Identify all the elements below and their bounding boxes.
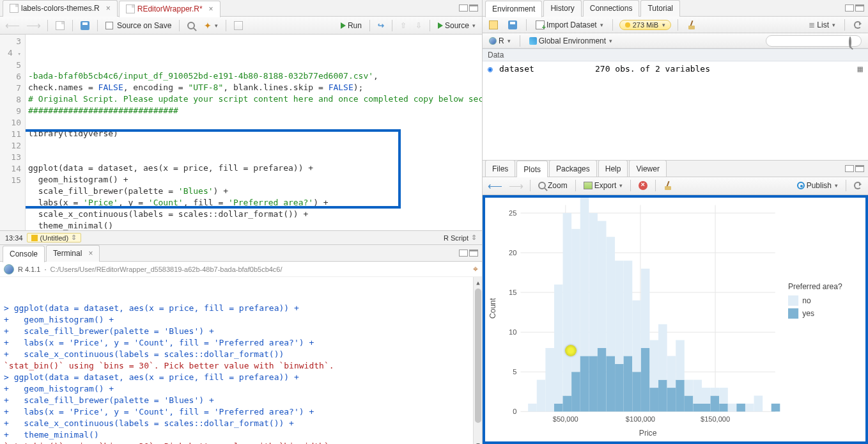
svg-rect-42	[641, 269, 650, 348]
source-on-save-check[interactable]: Source on Save	[103, 20, 174, 31]
svg-rect-53	[693, 404, 702, 411]
run-button[interactable]: Run	[338, 20, 364, 31]
svg-rect-60	[719, 388, 728, 404]
maximize-pane-icon[interactable]	[469, 250, 478, 257]
find-button[interactable]	[185, 20, 198, 31]
env-toolbar: + Import Dataset▾ 273 MiB▾ ≣ List▾	[483, 17, 868, 33]
r-version: R 4.1.1	[18, 266, 40, 273]
env-section-data: Data	[483, 49, 868, 61]
encoding-dropdown[interactable]: (Untitled) ⇕	[27, 233, 82, 242]
svg-rect-46	[658, 324, 667, 380]
go-up-button[interactable]: ⇧	[398, 20, 409, 31]
env-var-name: dataset	[499, 64, 595, 74]
svg-text:yes: yes	[802, 309, 814, 318]
code-editor[interactable]: 34 ▾56789101112131415 -bada-bfaf0b5cb4c6…	[0, 35, 482, 230]
compile-report-button[interactable]	[231, 20, 245, 31]
env-search[interactable]	[766, 35, 864, 47]
tab-connections[interactable]: Connections	[583, 0, 640, 17]
env-search-input[interactable]	[766, 35, 862, 47]
minimize-pane-icon[interactable]	[845, 165, 854, 172]
refresh-button[interactable]	[851, 20, 864, 30]
zoom-button[interactable]: Zoom	[536, 180, 570, 191]
save-workspace-button[interactable]	[506, 19, 520, 31]
r-icon	[489, 37, 497, 45]
tab-label: labels-colors-themes.R	[21, 4, 100, 13]
tab-help[interactable]: Help	[598, 160, 628, 177]
svg-rect-32	[598, 221, 607, 348]
clear-console-icon[interactable]: ⌖	[473, 264, 478, 274]
publish-button[interactable]: Publish▾	[794, 180, 841, 191]
clear-workspace-button[interactable]	[685, 19, 699, 31]
go-down-button[interactable]: ⇩	[413, 20, 424, 31]
maximize-pane-icon[interactable]	[855, 4, 864, 12]
load-workspace-button[interactable]	[486, 19, 500, 31]
svg-rect-49	[676, 379, 685, 411]
console-output[interactable]: > ggplot(data = dataset, aes(x = price, …	[0, 277, 482, 444]
expand-icon[interactable]: ◉	[488, 64, 497, 74]
close-icon[interactable]: ×	[209, 4, 213, 13]
minimize-pane-icon[interactable]	[459, 4, 468, 12]
env-row-dataset[interactable]: ◉ dataset 270 obs. of 2 variables ▦	[483, 61, 868, 75]
maximize-pane-icon[interactable]	[855, 165, 864, 172]
import-dataset-button[interactable]: + Import Dataset▾	[533, 19, 606, 31]
svg-rect-50	[676, 340, 685, 379]
lang-select[interactable]: R▾	[486, 35, 513, 47]
file-type[interactable]: R Script	[444, 234, 469, 242]
console-tab-row: Console Terminal×	[0, 245, 482, 262]
view-grid-icon[interactable]: ▦	[858, 63, 863, 74]
minimize-pane-icon[interactable]	[459, 250, 468, 257]
r-file-icon	[126, 4, 135, 13]
code-area[interactable]: -bada-bfaf0b5cb4c6/input_df_910052bd-e19…	[26, 35, 482, 230]
histogram-chart: 0510152025$50,000$100,000$150,000PriceCo…	[485, 198, 865, 441]
env-scope-select[interactable]: Global Environment▾	[527, 35, 615, 47]
memory-usage[interactable]: 273 MiB▾	[619, 20, 671, 30]
run-icon	[341, 22, 346, 29]
export-icon	[584, 182, 593, 189]
svg-rect-34	[606, 237, 615, 356]
close-icon[interactable]: ×	[88, 249, 93, 258]
tab-labels-colors[interactable]: labels-colors-themes.R ×	[3, 0, 118, 17]
svg-rect-37	[624, 356, 633, 411]
refresh-icon	[854, 182, 862, 189]
svg-text:no: no	[802, 296, 811, 305]
working-dir: C:/Users/User/REditorWrapper_d5583819-a6…	[50, 266, 283, 273]
tab-environment[interactable]: Environment	[485, 1, 542, 17]
source-icon	[438, 22, 443, 29]
close-icon[interactable]: ×	[106, 4, 111, 13]
tab-tutorial[interactable]: Tutorial	[640, 0, 680, 17]
svg-rect-31	[598, 348, 607, 411]
view-mode-list[interactable]: ≣ List▾	[806, 19, 838, 31]
svg-rect-40	[632, 300, 641, 372]
remove-plot-button[interactable]	[636, 180, 650, 191]
source-tab-row: labels-colors-themes.R × REditorWrapper.…	[0, 0, 482, 17]
tab-packages[interactable]: Packages	[549, 160, 597, 177]
svg-text:$100,000: $100,000	[626, 415, 655, 423]
prev-plot-icon[interactable]: ⟵	[486, 180, 504, 192]
svg-rect-58	[711, 388, 720, 395]
tab-terminal[interactable]: Terminal×	[46, 245, 100, 262]
source-statusbar: 13:34 (Untitled) ⇕ R Script ⇕	[0, 230, 482, 244]
tab-console[interactable]: Console	[3, 246, 45, 262]
tab-reditorwrapper[interactable]: REditorWrapper.R* ×	[119, 1, 221, 17]
code-tools-button[interactable]: ✦▾	[201, 19, 221, 32]
minimize-pane-icon[interactable]	[845, 4, 854, 12]
broom-icon	[687, 20, 696, 29]
svg-rect-24	[563, 213, 572, 395]
show-in-new-window[interactable]	[53, 20, 67, 31]
zoom-icon	[538, 182, 546, 189]
scrollbar[interactable]: ▲ ▼	[473, 277, 482, 444]
maximize-pane-icon[interactable]	[469, 4, 478, 12]
clear-plots-button[interactable]	[661, 180, 675, 191]
tab-plots[interactable]: Plots	[516, 161, 548, 177]
source-button[interactable]: Source▾	[435, 20, 478, 31]
rerun-button[interactable]: ↪	[375, 20, 387, 31]
export-button[interactable]: Export▾	[581, 180, 626, 191]
plot-area[interactable]: 0510152025$50,000$100,000$150,000PriceCo…	[485, 198, 865, 441]
tab-history[interactable]: History	[543, 0, 581, 17]
refresh-plot-button[interactable]	[851, 180, 864, 191]
svg-text:20: 20	[509, 249, 516, 257]
tab-viewer[interactable]: Viewer	[629, 160, 666, 177]
save-icon	[81, 21, 89, 30]
tab-files[interactable]: Files	[485, 160, 515, 177]
save-button[interactable]	[78, 20, 92, 31]
